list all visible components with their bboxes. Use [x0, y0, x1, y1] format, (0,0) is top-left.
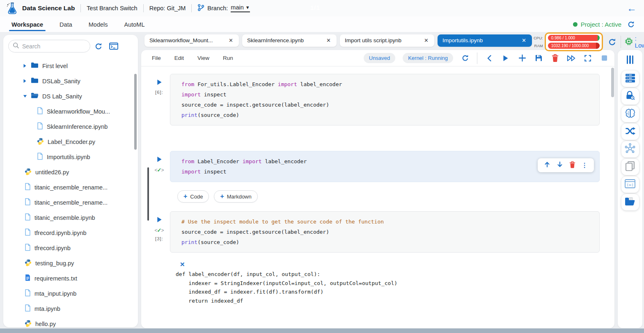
- tree-file-sklearninference-ipynb[interactable]: SklearnInference.ipynb: [3, 119, 138, 134]
- search-box[interactable]: [8, 40, 90, 52]
- hub-icon-button[interactable]: [621, 141, 639, 157]
- lock-icon-button[interactable]: [621, 88, 639, 105]
- notebook-scrollbar-handle[interactable]: [611, 68, 614, 97]
- cpu-usage-bar: 0.986 / 1.000: [548, 35, 600, 41]
- stop-kernel-icon[interactable]: [600, 55, 609, 61]
- cell-1-code-editor[interactable]: from For_utils.Lablel_Encoder import lab…: [170, 74, 600, 125]
- run-cell-play-icon[interactable]: [157, 79, 162, 87]
- status-dot-icon: [573, 22, 578, 27]
- run-cell-icon[interactable]: [501, 55, 510, 62]
- delete-cell-icon[interactable]: [569, 161, 575, 170]
- doc-tab-sklearnworkflow-mount[interactable]: Sklearnworkflow_Mount...✕: [144, 34, 239, 47]
- move-cell-down-icon[interactable]: [557, 161, 563, 169]
- add-markdown-cell-button[interactable]: + Markdown: [214, 190, 257, 203]
- move-cell-up-icon[interactable]: [544, 161, 550, 169]
- cell-2-code-editor[interactable]: from Label_Encoder import label_encoderi…: [170, 151, 600, 182]
- sidebar-scrollbar-handle[interactable]: [134, 74, 137, 150]
- tree-file-testing-bug-py[interactable]: testing_bug.py: [3, 255, 138, 271]
- tree-file-sklearnworkflow-mou[interactable]: Sklearnworkflow_Mou...: [3, 104, 138, 119]
- run-cell-play-icon[interactable]: [157, 156, 162, 164]
- tree-file-untitled26-py[interactable]: untitled26.py: [3, 164, 138, 180]
- priority-label: : Low: [635, 35, 644, 49]
- nav-item-automl[interactable]: AutoML: [124, 18, 146, 31]
- doc-tab-importutils-ipynb[interactable]: Importutils.ipynb✕: [438, 34, 532, 47]
- notebook-file-icon: [37, 122, 43, 131]
- doc-tab-import-utils-script-ipynb[interactable]: Import utils script.ipynb✕: [340, 34, 434, 47]
- sidebar-scrollbar[interactable]: [134, 74, 137, 303]
- terminal-button[interactable]: [109, 42, 118, 50]
- menu-edit[interactable]: Edit: [174, 55, 184, 61]
- tree-file-importutils-ipynb[interactable]: Importutils.ipynb: [3, 149, 138, 164]
- bottom-scroll-strip[interactable]: [0, 328, 644, 333]
- menu-run[interactable]: Run: [223, 55, 233, 61]
- plus-icon: +: [220, 193, 224, 200]
- tree-file-hello-py[interactable]: hello.py: [3, 316, 138, 327]
- layout-columns-icon[interactable]: [627, 55, 634, 64]
- tab-close-icon[interactable]: ✕: [521, 37, 527, 43]
- caret-collapsed-icon[interactable]: [23, 79, 27, 83]
- caret-expanded-icon[interactable]: [23, 94, 27, 98]
- add-cell-row: + Code + Markdown: [177, 190, 614, 203]
- notebook-file-icon: [25, 198, 31, 207]
- tab-close-icon[interactable]: ✕: [228, 37, 234, 43]
- tab-close-icon[interactable]: ✕: [423, 37, 429, 43]
- tree-item-label: testing_bug.py: [35, 260, 74, 267]
- copy-icon: [626, 161, 635, 173]
- nav-item-workspace[interactable]: Workspace: [11, 18, 44, 31]
- notebook-file-icon: [25, 304, 31, 313]
- add-code-cell-button[interactable]: + Code: [177, 190, 209, 203]
- add-cell-icon[interactable]: [518, 55, 527, 62]
- search-input[interactable]: [22, 43, 80, 50]
- cell-2-gutter: <✓>: [149, 151, 170, 182]
- tree-folder-dslab-sanity[interactable]: DSLab_Sanity: [3, 73, 138, 89]
- brain-icon-button[interactable]: [621, 106, 639, 122]
- output-text: def label_encoder(df, input_col, output_…: [176, 270, 614, 305]
- tree-file-titanic-ensemble-ipynb[interactable]: titanic_ensemble.ipynb: [3, 210, 138, 225]
- menu-view[interactable]: View: [197, 55, 209, 61]
- caret-collapsed-icon[interactable]: [23, 64, 27, 68]
- close-output-icon[interactable]: ✕: [180, 261, 186, 268]
- notebook-refresh-button[interactable]: [461, 54, 470, 62]
- tree-file-titanic-ensemble-rename[interactable]: titanic_ensemble_rename...: [3, 180, 138, 195]
- tree-file-mta-input-ipynb[interactable]: mta_input.ipynb: [3, 286, 138, 301]
- run-all-icon[interactable]: [567, 55, 576, 62]
- nav-item-data[interactable]: Data: [59, 18, 73, 31]
- divider: [477, 52, 477, 64]
- delete-cell-trash-icon[interactable]: [550, 54, 559, 62]
- explorer-refresh-button[interactable]: [94, 42, 103, 50]
- run-cell-play-icon[interactable]: [157, 217, 162, 224]
- collapse-left-icon[interactable]: [485, 55, 494, 62]
- server-icon-button[interactable]: [621, 71, 639, 87]
- back-arrow-button[interactable]: ←: [627, 4, 637, 12]
- tree-file-tfrecord-ipynb-ipynb[interactable]: tfrecord.ipynb.ipynb: [3, 225, 138, 240]
- doc-tab-sklearninference-ipynb[interactable]: SklearnInference.ipynb✕: [242, 34, 337, 47]
- cell-3-code-editor[interactable]: # Use the inspect module to get the sour…: [170, 211, 600, 253]
- git-branch-icon: [197, 4, 204, 13]
- copy-icon-button[interactable]: [621, 159, 639, 175]
- fullscreen-icon[interactable]: [583, 55, 592, 62]
- tab-close-icon[interactable]: ✕: [325, 37, 332, 43]
- tree-folder-first-level[interactable]: First level: [3, 58, 138, 73]
- tree-file-requirements-txt[interactable]: requirements.txt: [3, 271, 138, 286]
- tree-folder-ds-lab-sanity[interactable]: DS Lab_Sanity: [3, 89, 138, 104]
- right-tool-rail: (∞): [618, 50, 642, 328]
- nav-item-models[interactable]: Models: [88, 18, 109, 31]
- menu-file[interactable]: File: [152, 55, 161, 61]
- resources-refresh-button[interactable]: [608, 38, 616, 46]
- branch-selector[interactable]: Branch: main ▼: [197, 4, 250, 13]
- project-refresh-button[interactable]: [627, 21, 635, 28]
- tree-file-titanic-ensemble-rename[interactable]: titanic_ensemble_rename...: [3, 195, 138, 210]
- window-link-icon: (∞): [625, 179, 635, 190]
- tree-file-label-encoder-py[interactable]: Label_Encoder.py: [3, 134, 138, 149]
- cell-3-gutter: <✓> [3]:: [149, 211, 170, 253]
- folder-open-icon-button[interactable]: [621, 194, 639, 210]
- tree-file-tfrecord-ipynb[interactable]: tfrecord.ipynb: [3, 240, 138, 255]
- notebook-file-icon: [37, 107, 43, 116]
- window-link-icon-button[interactable]: (∞): [621, 176, 639, 193]
- brain-icon: [625, 109, 635, 120]
- cell-more-options-icon[interactable]: ⋮: [582, 162, 588, 169]
- shuffle-icon-button[interactable]: [621, 123, 639, 140]
- notebook-scrollbar[interactable]: [611, 68, 614, 326]
- tree-file-mta-ipynb[interactable]: mta.ipynb: [3, 301, 138, 316]
- save-icon[interactable]: [534, 54, 543, 62]
